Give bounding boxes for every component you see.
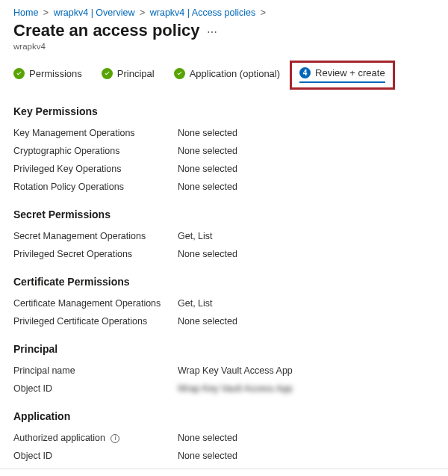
section-key-permissions: Key Permissions Key Management Operation… <box>13 105 435 192</box>
section-heading: Principal <box>13 343 435 355</box>
section-heading: Application <box>13 410 435 422</box>
summary-row: Privileged Certificate Operations None s… <box>13 316 435 327</box>
section-certificate-permissions: Certificate Permissions Certificate Mana… <box>13 276 435 327</box>
summary-row: Key Management Operations None selected <box>13 128 435 138</box>
row-value: None selected <box>178 433 237 443</box>
row-label: Privileged Key Operations <box>13 164 178 174</box>
row-value: None selected <box>178 146 237 156</box>
check-icon <box>102 68 113 79</box>
tab-highlight: 4 Review + create <box>290 61 395 90</box>
step-number-icon: 4 <box>299 67 311 78</box>
row-label: Key Management Operations <box>13 128 178 138</box>
tab-label: Application (optional) <box>190 68 280 79</box>
tab-label: Review + create <box>315 67 385 78</box>
section-application: Application Authorized application i Non… <box>13 410 435 461</box>
section-heading: Key Permissions <box>13 105 435 117</box>
info-icon[interactable]: i <box>111 434 119 443</box>
footer-actions: Previous Create <box>13 469 435 476</box>
tab-permissions[interactable]: Permissions <box>13 68 82 82</box>
row-label: Certificate Management Operations <box>13 298 178 309</box>
row-label: Cryptographic Operations <box>13 146 178 156</box>
section-heading: Secret Permissions <box>13 208 435 220</box>
tab-label: Permissions <box>29 68 82 79</box>
wizard-tabs: Permissions Principal Application (optio… <box>13 67 435 83</box>
tab-application[interactable]: Application (optional) <box>174 68 280 82</box>
row-label: Object ID <box>13 451 178 461</box>
summary-row: Object ID Wrap Key Vault Access App <box>13 383 435 394</box>
summary-row: Authorized application i None selected <box>13 433 435 443</box>
check-icon <box>174 68 185 79</box>
summary-row: Principal name Wrap Key Vault Access App <box>13 365 435 376</box>
row-value-blurred: Wrap Key Vault Access App <box>178 383 293 394</box>
row-label: Principal name <box>13 365 178 376</box>
row-value: Get, List <box>178 298 213 309</box>
page-title: Create an access policy <box>13 21 199 40</box>
summary-row: Object ID None selected <box>13 451 435 461</box>
summary-row: Rotation Policy Operations None selected <box>13 182 435 192</box>
row-label: Privileged Certificate Operations <box>13 316 178 327</box>
summary-row: Certificate Management Operations Get, L… <box>13 298 435 309</box>
check-icon <box>13 68 25 79</box>
more-actions-button[interactable]: ⋯ <box>207 26 218 38</box>
breadcrumb-overview[interactable]: wrapkv4 | Overview <box>54 7 135 18</box>
row-value: None selected <box>178 182 237 192</box>
row-value: Wrap Key Vault Access App <box>178 365 293 376</box>
summary-row: Privileged Key Operations None selected <box>13 164 435 174</box>
page-subtitle: wrapkv4 <box>13 42 435 51</box>
row-value: None selected <box>178 164 237 174</box>
breadcrumb-access-policies[interactable]: wrapkv4 | Access policies <box>150 7 256 18</box>
summary-row: Secret Management Operations Get, List <box>13 231 435 241</box>
chevron-right-icon: > <box>43 7 49 18</box>
chevron-right-icon: > <box>140 7 145 18</box>
row-label: Secret Management Operations <box>13 231 178 241</box>
section-principal: Principal Principal name Wrap Key Vault … <box>13 343 435 394</box>
row-label: Authorized application i <box>13 433 178 443</box>
row-value: Get, List <box>178 231 213 241</box>
breadcrumb: Home > wrapkv4 | Overview > wrapkv4 | Ac… <box>13 7 435 18</box>
tab-label: Principal <box>117 68 155 79</box>
row-value: None selected <box>178 249 237 259</box>
row-value: None selected <box>178 451 237 461</box>
chevron-right-icon: > <box>261 7 266 18</box>
row-label: Rotation Policy Operations <box>13 182 178 192</box>
row-label: Privileged Secret Operations <box>13 249 178 259</box>
breadcrumb-home[interactable]: Home <box>13 7 38 18</box>
row-value: None selected <box>178 316 237 327</box>
row-label: Object ID <box>13 383 178 394</box>
summary-row: Privileged Secret Operations None select… <box>13 249 435 259</box>
tab-principal[interactable]: Principal <box>102 68 155 82</box>
section-heading: Certificate Permissions <box>13 276 435 288</box>
tab-review-create[interactable]: 4 Review + create <box>299 67 385 83</box>
section-secret-permissions: Secret Permissions Secret Management Ope… <box>13 208 435 259</box>
row-value: None selected <box>178 128 237 138</box>
summary-row: Cryptographic Operations None selected <box>13 146 435 156</box>
